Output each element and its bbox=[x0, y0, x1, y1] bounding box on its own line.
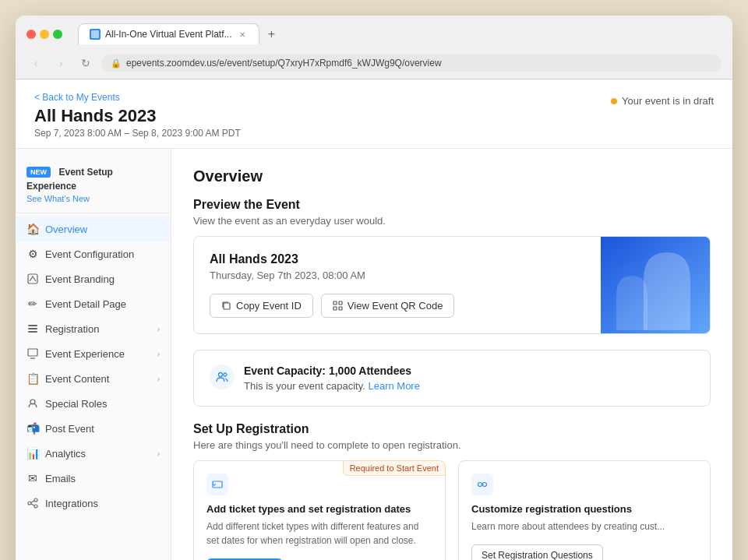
svg-rect-0 bbox=[91, 30, 99, 38]
new-feature-section: NEW Event Setup Experience See What's Ne… bbox=[16, 158, 171, 213]
browser-chrome: All-In-One Virtual Event Platf... ✕ + ‹ … bbox=[16, 16, 732, 79]
browser-controls: All-In-One Virtual Event Platf... ✕ + bbox=[26, 23, 722, 44]
browser-tab[interactable]: All-In-One Virtual Event Platf... ✕ bbox=[78, 23, 259, 44]
svg-line-10 bbox=[31, 501, 34, 502]
event-dates: Sep 7, 2023 8:00 AM – Sep 8, 2023 9:00 A… bbox=[34, 128, 241, 139]
sidebar-item-emails[interactable]: ✉ Emails bbox=[16, 466, 171, 491]
event-image-decoration bbox=[601, 237, 710, 330]
registration-setup-title: Set Up Registration bbox=[193, 422, 711, 436]
view-qr-button[interactable]: View Event QR Code bbox=[321, 294, 455, 318]
roles-icon bbox=[26, 397, 39, 410]
branding-icon bbox=[26, 273, 39, 285]
set-registration-questions-button[interactable]: Set Registration Questions bbox=[471, 544, 603, 560]
new-tab-button[interactable]: + bbox=[263, 25, 281, 44]
registration-setup-section: Set Up Registration Here are things you'… bbox=[193, 422, 711, 560]
copy-icon bbox=[221, 301, 231, 311]
content-area: Overview Preview the Event View the even… bbox=[171, 149, 732, 560]
preview-card: All Hands 2023 Thursday, Sep 7th 2023, 0… bbox=[193, 236, 711, 334]
address-bar-row: ‹ › ↻ 🔒 epevents.zoomdev.us/e/event/setu… bbox=[26, 51, 722, 79]
tab-close-button[interactable]: ✕ bbox=[237, 29, 248, 40]
svg-rect-4 bbox=[28, 331, 37, 333]
sidebar-item-event-experience[interactable]: Event Experience › bbox=[16, 341, 171, 366]
svg-rect-16 bbox=[339, 307, 342, 310]
sidebar-item-overview[interactable]: 🏠 Overview bbox=[16, 217, 171, 241]
tab-label: All-In-One Virtual Event Platf... bbox=[105, 29, 232, 40]
preview-card-content: All Hands 2023 Thursday, Sep 7th 2023, 0… bbox=[194, 237, 601, 333]
svg-line-11 bbox=[31, 504, 34, 505]
see-whats-new-link[interactable]: See What's New bbox=[26, 194, 160, 203]
capacity-text: Event Capacity: 1,000 Attendees This is … bbox=[244, 365, 420, 392]
main-area: NEW Event Setup Experience See What's Ne… bbox=[16, 149, 732, 560]
gear-icon: ⚙ bbox=[26, 248, 39, 260]
browser-window: All-In-One Virtual Event Platf... ✕ + ‹ … bbox=[16, 16, 732, 560]
sidebar-item-event-configuration[interactable]: ⚙ Event Configuration bbox=[16, 241, 171, 266]
sidebar-item-special-roles[interactable]: Special Roles bbox=[16, 391, 171, 416]
header-left: < Back to My Events All Hands 2023 Sep 7… bbox=[34, 92, 241, 139]
tickets-card-desc: Add different ticket types with differen… bbox=[206, 519, 432, 548]
svg-point-7 bbox=[28, 502, 31, 505]
minimize-button[interactable] bbox=[40, 30, 49, 39]
questions-card-icon bbox=[471, 474, 493, 495]
sidebar-item-post-event[interactable]: 📬 Post Event bbox=[16, 416, 171, 441]
svg-point-8 bbox=[34, 498, 37, 502]
forward-button[interactable]: › bbox=[51, 54, 70, 72]
back-to-events-link[interactable]: < Back to My Events bbox=[34, 92, 241, 103]
capacity-desc: This is your event capacity. Learn More bbox=[244, 380, 420, 392]
page-title: Overview bbox=[193, 167, 711, 185]
edit-icon: ✏ bbox=[26, 298, 39, 310]
copy-event-id-button[interactable]: Copy Event ID bbox=[210, 294, 313, 318]
draft-label: Your event is in draft bbox=[622, 95, 714, 107]
sidebar-item-analytics[interactable]: 📊 Analytics › bbox=[16, 441, 171, 466]
email-icon: ✉ bbox=[26, 472, 39, 484]
sidebar-item-event-branding[interactable]: Event Branding bbox=[16, 266, 171, 291]
lock-icon: 🔒 bbox=[111, 58, 122, 69]
preview-title: Preview the Event bbox=[193, 198, 711, 212]
questions-card-desc: Learn more about attendees by creating c… bbox=[471, 519, 697, 534]
preview-event-title: All Hands 2023 bbox=[210, 252, 585, 266]
svg-rect-13 bbox=[333, 301, 337, 305]
svg-rect-3 bbox=[28, 328, 37, 329]
refresh-button[interactable]: ↻ bbox=[76, 54, 95, 72]
registration-setup-desc: Here are things you'll need to complete … bbox=[193, 439, 711, 451]
capacity-card: Event Capacity: 1,000 Attendees This is … bbox=[193, 350, 711, 407]
sidebar-item-event-detail-page[interactable]: ✏ Event Detail Page bbox=[16, 291, 171, 316]
post-event-icon: 📬 bbox=[26, 422, 39, 435]
analytics-icon: 📊 bbox=[26, 447, 39, 460]
chevron-right-icon: › bbox=[157, 325, 160, 333]
sidebar-item-integrations[interactable]: Integrations bbox=[16, 491, 171, 516]
content-icon: 📋 bbox=[26, 372, 39, 385]
sidebar: NEW Event Setup Experience See What's Ne… bbox=[16, 149, 171, 560]
address-bar[interactable]: 🔒 epevents.zoomdev.us/e/event/setup/Q7xr… bbox=[101, 55, 722, 72]
sidebar-label-event-configuration: Event Configuration bbox=[45, 248, 134, 260]
sidebar-label-overview: Overview bbox=[45, 224, 87, 235]
back-button[interactable]: ‹ bbox=[26, 54, 45, 72]
sidebar-item-event-content[interactable]: 📋 Event Content › bbox=[16, 366, 171, 391]
page-content: < Back to My Events All Hands 2023 Sep 7… bbox=[16, 79, 732, 560]
capacity-icon bbox=[210, 365, 235, 389]
maximize-button[interactable] bbox=[53, 30, 62, 39]
sidebar-item-registration[interactable]: Registration › bbox=[16, 316, 171, 341]
chevron-right-icon-2: › bbox=[157, 350, 160, 358]
learn-more-link[interactable]: Learn More bbox=[368, 380, 419, 392]
sidebar-label-analytics: Analytics bbox=[45, 448, 86, 460]
draft-dot-icon bbox=[611, 98, 617, 104]
tickets-card-title: Add ticket types and set registration da… bbox=[206, 503, 432, 515]
close-button[interactable] bbox=[26, 30, 36, 39]
view-qr-label: View Event QR Code bbox=[348, 300, 443, 312]
questions-card: Customize registration questions Learn m… bbox=[458, 460, 711, 560]
experience-icon bbox=[26, 347, 39, 360]
svg-point-19 bbox=[224, 373, 227, 376]
preview-event-date: Thursday, Sep 7th 2023, 08:00 AM bbox=[210, 269, 585, 281]
svg-rect-1 bbox=[28, 274, 37, 284]
sidebar-label-emails: Emails bbox=[45, 473, 76, 484]
page-header: < Back to My Events All Hands 2023 Sep 7… bbox=[16, 79, 732, 149]
link-icon bbox=[477, 479, 488, 490]
sidebar-label-post-event: Post Event bbox=[45, 423, 94, 435]
registration-cards: Required to Start Event Add ticket types… bbox=[193, 460, 711, 560]
svg-rect-14 bbox=[339, 301, 342, 305]
new-badge: NEW bbox=[26, 167, 51, 178]
svg-rect-5 bbox=[28, 349, 37, 356]
chevron-right-icon-4: › bbox=[157, 449, 160, 458]
svg-point-9 bbox=[34, 505, 37, 508]
required-badge: Required to Start Event bbox=[343, 460, 446, 476]
